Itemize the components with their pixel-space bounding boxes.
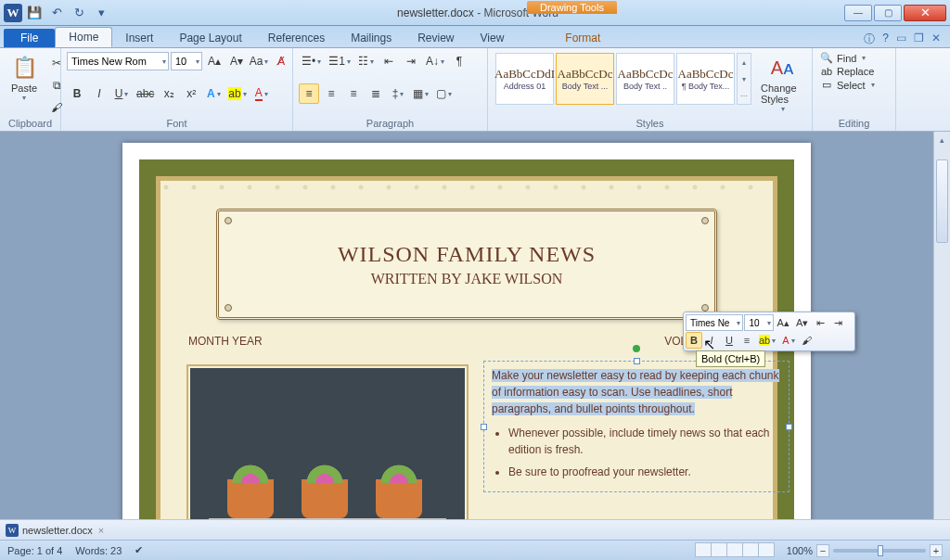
mini-grow-font[interactable]: A▴: [775, 314, 792, 331]
mini-bold-button[interactable]: B: [686, 332, 702, 349]
zoom-thumb[interactable]: [878, 545, 883, 556]
mini-highlight-button[interactable]: ab: [756, 332, 778, 349]
increase-indent-button[interactable]: ⇥: [401, 51, 421, 71]
list-item[interactable]: Whenever possible, include timely news s…: [508, 425, 781, 458]
status-page[interactable]: Page: 1 of 4: [7, 545, 62, 556]
tab-format[interactable]: Format: [552, 29, 613, 47]
align-right-button[interactable]: ≡: [343, 83, 364, 104]
selected-textbox[interactable]: Make your newsletter easy to read by kee…: [483, 361, 790, 492]
superscript-button[interactable]: x²: [181, 83, 201, 104]
view-outline[interactable]: [742, 542, 759, 557]
underline-button[interactable]: U: [111, 83, 132, 104]
show-marks-button[interactable]: ¶: [449, 51, 469, 71]
italic-button[interactable]: I: [89, 83, 109, 104]
mdi-minimize-icon[interactable]: ▭: [896, 32, 906, 47]
numbering-button[interactable]: ☰1: [326, 51, 353, 71]
tab-references[interactable]: References: [255, 29, 338, 47]
subscript-button[interactable]: x₂: [159, 83, 179, 104]
borders-button[interactable]: ▢: [433, 83, 455, 104]
zoom-level[interactable]: 100%: [787, 545, 813, 556]
paste-button[interactable]: 📋 Paste ▾: [6, 51, 43, 104]
cut-button[interactable]: ✂: [46, 53, 67, 73]
mini-size-combo[interactable]: 10: [744, 314, 773, 331]
docbar-filename[interactable]: newsletter.docx: [22, 525, 93, 536]
mini-font-color-button[interactable]: A: [779, 332, 797, 349]
strikethrough-button[interactable]: abc: [134, 83, 157, 104]
text-effects-button[interactable]: A: [203, 83, 224, 104]
mini-shrink-font[interactable]: A▾: [793, 314, 811, 331]
undo-button[interactable]: ↶: [46, 3, 67, 23]
zoom-in-button[interactable]: +: [930, 544, 943, 557]
font-name-combo[interactable]: Times New Rom: [67, 52, 169, 70]
clear-formatting-button[interactable]: A̸: [271, 51, 291, 71]
grow-font-button[interactable]: A▴: [204, 51, 225, 71]
tab-insert[interactable]: Insert: [112, 29, 166, 47]
style-item-3[interactable]: AaBbCcDc¶ Body Tex...: [676, 53, 735, 105]
mini-underline-button[interactable]: U: [721, 332, 738, 349]
resize-handle-n[interactable]: [634, 358, 640, 364]
mini-decrease-indent[interactable]: ⇤: [812, 314, 828, 331]
view-print-layout[interactable]: [695, 542, 712, 557]
ribbon-minimize-icon[interactable]: ⓘ: [864, 32, 875, 47]
view-full-screen[interactable]: [711, 542, 727, 557]
redo-button[interactable]: ↻: [69, 3, 89, 23]
scroll-up-icon[interactable]: ▴: [934, 132, 950, 148]
find-button[interactable]: 🔍Find▾: [818, 51, 890, 65]
zoom-slider[interactable]: [833, 549, 926, 553]
qat-customize[interactable]: ▾: [91, 3, 111, 23]
scroll-thumb[interactable]: [936, 159, 948, 243]
view-web-layout[interactable]: [726, 542, 743, 557]
status-proofing-icon[interactable]: ✔: [135, 544, 143, 556]
resize-handle-w[interactable]: [481, 424, 487, 430]
highlight-button[interactable]: ab: [225, 83, 249, 104]
list-item[interactable]: Be sure to proofread your newsletter.: [508, 464, 781, 480]
gallery-down-icon[interactable]: ▾: [738, 70, 751, 87]
select-button[interactable]: ▭Select▾: [818, 78, 890, 92]
style-item-1[interactable]: AaBbCcDcBody Text ...: [556, 53, 614, 105]
save-button[interactable]: 💾: [24, 3, 45, 23]
change-styles-button[interactable]: Aᴀ Change Styles ▾: [759, 51, 806, 115]
mini-increase-indent[interactable]: ⇥: [829, 314, 846, 331]
tab-view[interactable]: View: [468, 29, 518, 47]
line-spacing-button[interactable]: ‡: [388, 83, 408, 104]
mdi-restore-icon[interactable]: ❐: [914, 32, 924, 47]
rotate-handle[interactable]: [633, 345, 640, 352]
mini-center-button[interactable]: ≡: [738, 332, 755, 349]
tab-review[interactable]: Review: [404, 29, 467, 47]
tab-home[interactable]: Home: [55, 27, 112, 47]
minimize-button[interactable]: —: [844, 5, 872, 21]
mdi-close-icon[interactable]: ✕: [931, 32, 941, 47]
gallery-more-icon[interactable]: ⋯: [738, 87, 751, 104]
docbar-close-icon[interactable]: ×: [98, 525, 104, 536]
help-icon[interactable]: ?: [882, 32, 889, 47]
copy-button[interactable]: ⧉: [46, 75, 67, 95]
resize-handle-e[interactable]: [786, 424, 792, 430]
format-painter-button[interactable]: 🖌: [46, 97, 67, 118]
file-tab[interactable]: File: [4, 29, 55, 47]
mini-font-combo[interactable]: Times Ne: [686, 314, 743, 331]
tab-mailings[interactable]: Mailings: [338, 29, 404, 47]
maximize-button[interactable]: ▢: [874, 5, 902, 21]
font-size-combo[interactable]: 10: [171, 52, 202, 70]
align-left-button[interactable]: ≡: [299, 83, 319, 104]
style-item-0[interactable]: AaBbCcDdIAddress 01: [495, 53, 554, 105]
selected-text[interactable]: Make your newsletter easy to read by kee…: [492, 369, 779, 415]
font-color-button[interactable]: A: [251, 83, 272, 104]
shading-button[interactable]: ▦: [410, 83, 431, 104]
zoom-out-button[interactable]: −: [816, 544, 829, 557]
decrease-indent-button[interactable]: ⇤: [379, 51, 399, 71]
tab-page-layout[interactable]: Page Layout: [166, 29, 254, 47]
status-words[interactable]: Words: 23: [75, 545, 122, 556]
mini-format-painter[interactable]: 🖌: [799, 332, 815, 349]
gallery-up-icon[interactable]: ▴: [738, 54, 751, 70]
sort-button[interactable]: A↓: [423, 51, 447, 71]
replace-button[interactable]: abReplace: [818, 65, 890, 78]
shrink-font-button[interactable]: A▾: [226, 51, 247, 71]
bullets-button[interactable]: ☰•: [299, 51, 324, 71]
justify-button[interactable]: ≣: [366, 83, 386, 104]
style-item-2[interactable]: AaBbCcDcBody Text ..: [616, 53, 674, 105]
multilevel-button[interactable]: ☷: [355, 51, 377, 71]
vertical-scrollbar[interactable]: ▴ ▾: [933, 132, 950, 540]
view-draft[interactable]: [758, 542, 775, 557]
change-case-button[interactable]: Aa: [249, 51, 269, 71]
